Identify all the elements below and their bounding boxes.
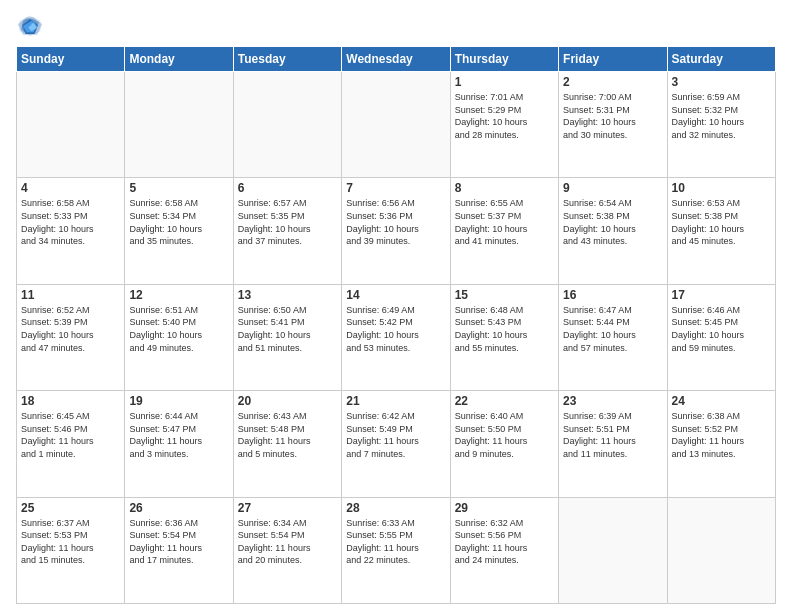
calendar-cell: 4Sunrise: 6:58 AMSunset: 5:33 PMDaylight… (17, 178, 125, 284)
day-number: 23 (563, 394, 662, 408)
day-info: Sunrise: 6:58 AMSunset: 5:33 PMDaylight:… (21, 197, 120, 247)
day-number: 7 (346, 181, 445, 195)
day-number: 16 (563, 288, 662, 302)
day-number: 11 (21, 288, 120, 302)
day-number: 6 (238, 181, 337, 195)
day-number: 3 (672, 75, 771, 89)
header-day: Tuesday (233, 47, 341, 72)
header-day: Saturday (667, 47, 775, 72)
day-number: 28 (346, 501, 445, 515)
header-row: SundayMondayTuesdayWednesdayThursdayFrid… (17, 47, 776, 72)
day-number: 21 (346, 394, 445, 408)
day-info: Sunrise: 6:54 AMSunset: 5:38 PMDaylight:… (563, 197, 662, 247)
day-info: Sunrise: 6:55 AMSunset: 5:37 PMDaylight:… (455, 197, 554, 247)
calendar-cell: 28Sunrise: 6:33 AMSunset: 5:55 PMDayligh… (342, 497, 450, 603)
day-info: Sunrise: 6:44 AMSunset: 5:47 PMDaylight:… (129, 410, 228, 460)
calendar-cell: 20Sunrise: 6:43 AMSunset: 5:48 PMDayligh… (233, 391, 341, 497)
calendar-cell: 6Sunrise: 6:57 AMSunset: 5:35 PMDaylight… (233, 178, 341, 284)
day-info: Sunrise: 6:40 AMSunset: 5:50 PMDaylight:… (455, 410, 554, 460)
day-info: Sunrise: 6:43 AMSunset: 5:48 PMDaylight:… (238, 410, 337, 460)
day-info: Sunrise: 6:57 AMSunset: 5:35 PMDaylight:… (238, 197, 337, 247)
calendar-cell (233, 72, 341, 178)
page: SundayMondayTuesdayWednesdayThursdayFrid… (0, 0, 792, 612)
calendar-cell: 24Sunrise: 6:38 AMSunset: 5:52 PMDayligh… (667, 391, 775, 497)
calendar-week: 25Sunrise: 6:37 AMSunset: 5:53 PMDayligh… (17, 497, 776, 603)
day-info: Sunrise: 6:38 AMSunset: 5:52 PMDaylight:… (672, 410, 771, 460)
day-number: 26 (129, 501, 228, 515)
calendar-cell: 2Sunrise: 7:00 AMSunset: 5:31 PMDaylight… (559, 72, 667, 178)
calendar-cell: 15Sunrise: 6:48 AMSunset: 5:43 PMDayligh… (450, 284, 558, 390)
day-number: 8 (455, 181, 554, 195)
day-number: 4 (21, 181, 120, 195)
calendar-cell: 11Sunrise: 6:52 AMSunset: 5:39 PMDayligh… (17, 284, 125, 390)
day-info: Sunrise: 6:58 AMSunset: 5:34 PMDaylight:… (129, 197, 228, 247)
calendar-header: SundayMondayTuesdayWednesdayThursdayFrid… (17, 47, 776, 72)
day-number: 5 (129, 181, 228, 195)
calendar-table: SundayMondayTuesdayWednesdayThursdayFrid… (16, 46, 776, 604)
calendar-cell (125, 72, 233, 178)
day-info: Sunrise: 6:47 AMSunset: 5:44 PMDaylight:… (563, 304, 662, 354)
day-info: Sunrise: 6:52 AMSunset: 5:39 PMDaylight:… (21, 304, 120, 354)
calendar-cell: 25Sunrise: 6:37 AMSunset: 5:53 PMDayligh… (17, 497, 125, 603)
calendar-cell (667, 497, 775, 603)
day-number: 25 (21, 501, 120, 515)
day-info: Sunrise: 6:45 AMSunset: 5:46 PMDaylight:… (21, 410, 120, 460)
day-info: Sunrise: 6:42 AMSunset: 5:49 PMDaylight:… (346, 410, 445, 460)
calendar-cell: 8Sunrise: 6:55 AMSunset: 5:37 PMDaylight… (450, 178, 558, 284)
calendar-cell: 9Sunrise: 6:54 AMSunset: 5:38 PMDaylight… (559, 178, 667, 284)
day-info: Sunrise: 6:32 AMSunset: 5:56 PMDaylight:… (455, 517, 554, 567)
header-day: Thursday (450, 47, 558, 72)
calendar-cell: 22Sunrise: 6:40 AMSunset: 5:50 PMDayligh… (450, 391, 558, 497)
day-info: Sunrise: 6:33 AMSunset: 5:55 PMDaylight:… (346, 517, 445, 567)
header-day: Monday (125, 47, 233, 72)
calendar-week: 11Sunrise: 6:52 AMSunset: 5:39 PMDayligh… (17, 284, 776, 390)
calendar-cell: 10Sunrise: 6:53 AMSunset: 5:38 PMDayligh… (667, 178, 775, 284)
calendar-cell: 29Sunrise: 6:32 AMSunset: 5:56 PMDayligh… (450, 497, 558, 603)
calendar-cell (559, 497, 667, 603)
calendar-cell: 18Sunrise: 6:45 AMSunset: 5:46 PMDayligh… (17, 391, 125, 497)
calendar-cell: 3Sunrise: 6:59 AMSunset: 5:32 PMDaylight… (667, 72, 775, 178)
day-number: 27 (238, 501, 337, 515)
day-number: 17 (672, 288, 771, 302)
day-info: Sunrise: 6:46 AMSunset: 5:45 PMDaylight:… (672, 304, 771, 354)
day-number: 15 (455, 288, 554, 302)
calendar-cell: 21Sunrise: 6:42 AMSunset: 5:49 PMDayligh… (342, 391, 450, 497)
calendar-cell: 26Sunrise: 6:36 AMSunset: 5:54 PMDayligh… (125, 497, 233, 603)
logo (16, 12, 48, 40)
day-number: 12 (129, 288, 228, 302)
day-info: Sunrise: 6:59 AMSunset: 5:32 PMDaylight:… (672, 91, 771, 141)
day-number: 13 (238, 288, 337, 302)
day-number: 24 (672, 394, 771, 408)
calendar-cell: 7Sunrise: 6:56 AMSunset: 5:36 PMDaylight… (342, 178, 450, 284)
day-info: Sunrise: 6:53 AMSunset: 5:38 PMDaylight:… (672, 197, 771, 247)
day-info: Sunrise: 6:37 AMSunset: 5:53 PMDaylight:… (21, 517, 120, 567)
calendar-cell (17, 72, 125, 178)
day-number: 10 (672, 181, 771, 195)
calendar-cell: 23Sunrise: 6:39 AMSunset: 5:51 PMDayligh… (559, 391, 667, 497)
day-info: Sunrise: 7:01 AMSunset: 5:29 PMDaylight:… (455, 91, 554, 141)
day-number: 22 (455, 394, 554, 408)
day-number: 19 (129, 394, 228, 408)
calendar-cell: 14Sunrise: 6:49 AMSunset: 5:42 PMDayligh… (342, 284, 450, 390)
day-number: 18 (21, 394, 120, 408)
header-day: Friday (559, 47, 667, 72)
calendar-week: 1Sunrise: 7:01 AMSunset: 5:29 PMDaylight… (17, 72, 776, 178)
calendar-cell: 1Sunrise: 7:01 AMSunset: 5:29 PMDaylight… (450, 72, 558, 178)
calendar-cell: 17Sunrise: 6:46 AMSunset: 5:45 PMDayligh… (667, 284, 775, 390)
day-info: Sunrise: 6:50 AMSunset: 5:41 PMDaylight:… (238, 304, 337, 354)
day-number: 29 (455, 501, 554, 515)
logo-icon (16, 12, 44, 40)
calendar-cell: 27Sunrise: 6:34 AMSunset: 5:54 PMDayligh… (233, 497, 341, 603)
day-info: Sunrise: 6:39 AMSunset: 5:51 PMDaylight:… (563, 410, 662, 460)
day-number: 9 (563, 181, 662, 195)
day-number: 20 (238, 394, 337, 408)
header (16, 12, 776, 40)
calendar-cell: 12Sunrise: 6:51 AMSunset: 5:40 PMDayligh… (125, 284, 233, 390)
day-info: Sunrise: 6:51 AMSunset: 5:40 PMDaylight:… (129, 304, 228, 354)
calendar-body: 1Sunrise: 7:01 AMSunset: 5:29 PMDaylight… (17, 72, 776, 604)
calendar-week: 18Sunrise: 6:45 AMSunset: 5:46 PMDayligh… (17, 391, 776, 497)
header-day: Wednesday (342, 47, 450, 72)
calendar-cell: 13Sunrise: 6:50 AMSunset: 5:41 PMDayligh… (233, 284, 341, 390)
day-number: 2 (563, 75, 662, 89)
calendar-cell: 19Sunrise: 6:44 AMSunset: 5:47 PMDayligh… (125, 391, 233, 497)
